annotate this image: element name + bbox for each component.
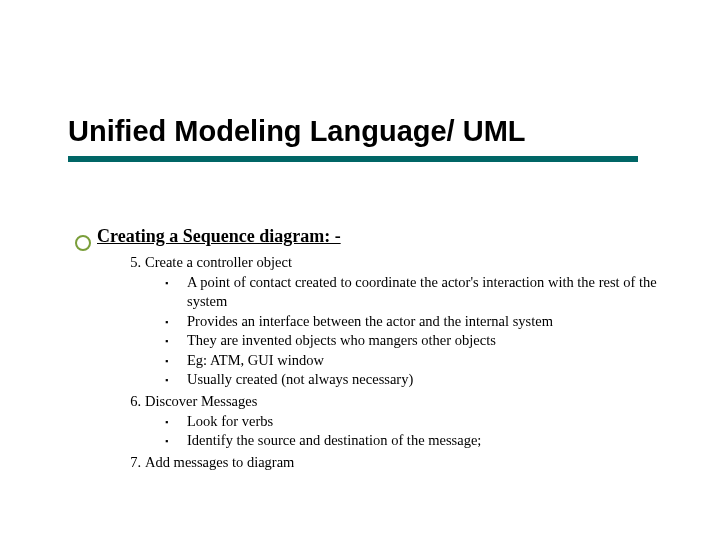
content-body: 5. Create a controller object A point of… (97, 253, 662, 474)
item-text: Discover Messages (145, 393, 257, 409)
slide-title: Unified Modeling Language/ UML (68, 115, 668, 148)
list-item: 6. Discover Messages Look for verbs Iden… (145, 392, 662, 451)
sub-item: Eg: ATM, GUI window (187, 351, 662, 371)
item-number: 6. (115, 392, 141, 412)
list-item: 7. Add messages to diagram (145, 453, 662, 473)
item-number: 7. (115, 453, 141, 473)
list-item: 5. Create a controller object A point of… (145, 253, 662, 390)
sub-item: Look for verbs (187, 412, 662, 432)
section-heading: Creating a Sequence diagram: - (97, 226, 341, 247)
bullet-circle-icon (75, 235, 91, 251)
sub-list: A point of contact created to coordinate… (145, 273, 662, 390)
sub-item: A point of contact created to coordinate… (187, 273, 662, 312)
slide: Unified Modeling Language/ UML Creating … (0, 0, 720, 540)
sub-item: Usually created (not always necessary) (187, 370, 662, 390)
item-number: 5. (115, 253, 141, 273)
ordered-list: 5. Create a controller object A point of… (97, 253, 662, 472)
title-underline (68, 156, 638, 162)
sub-list: Look for verbs Identify the source and d… (145, 412, 662, 451)
item-text: Add messages to diagram (145, 454, 294, 470)
title-block: Unified Modeling Language/ UML (68, 115, 668, 162)
sub-item: They are invented objects who mangers ot… (187, 331, 662, 351)
item-text: Create a controller object (145, 254, 292, 270)
sub-item: Provides an interface between the actor … (187, 312, 662, 332)
sub-item: Identify the source and destination of t… (187, 431, 662, 451)
